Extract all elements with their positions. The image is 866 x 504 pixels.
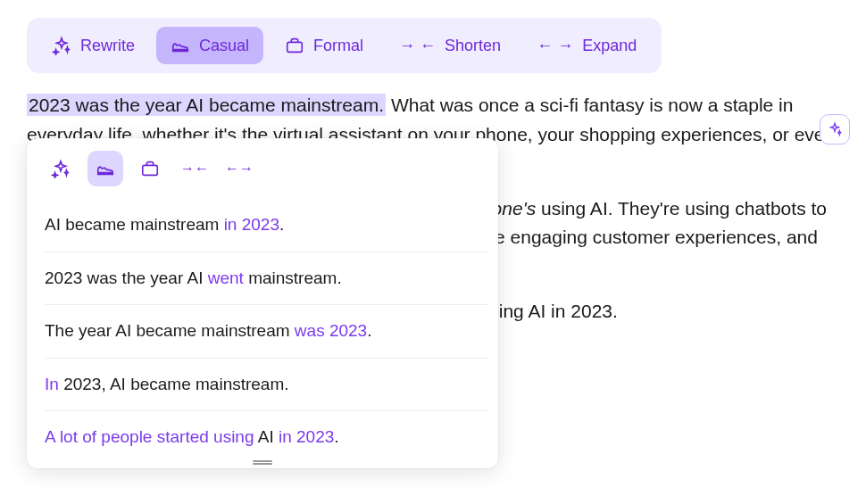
suggestion-changed-text: went <box>208 269 244 287</box>
suggestions-popup: →← ←→ AI became mainstream in 2023.2023 … <box>27 138 498 468</box>
briefcase-icon <box>285 36 304 55</box>
formal-label: Formal <box>313 37 363 55</box>
resize-handle[interactable] <box>27 459 498 468</box>
suggestion-changed-text: was 2023 <box>295 321 367 340</box>
rewrite-button[interactable]: Rewrite <box>37 27 149 64</box>
suggestion-text: . <box>367 321 371 340</box>
suggestion-text: AI became mainstream <box>45 215 224 234</box>
formal-button[interactable]: Formal <box>271 27 378 64</box>
suggestion-changed-text: in 2023 <box>279 427 334 446</box>
suggestion-text: 2023, AI became mainstream. <box>59 375 289 393</box>
popup-toolbar: →← ←→ <box>27 138 498 199</box>
rewrite-toolbar: Rewrite Casual Formal → ← Shorten ← → Ex… <box>27 18 662 73</box>
expand-button[interactable]: ← → Expand <box>522 27 651 64</box>
suggestion-changed-text: In <box>45 375 59 393</box>
sparkle-icon <box>51 159 71 178</box>
popup-shorten-button[interactable]: →← <box>177 151 212 186</box>
suggestion-item[interactable]: The year AI became mainstream was 2023. <box>45 305 489 359</box>
popup-formal-button[interactable] <box>132 151 168 186</box>
suggestion-item[interactable]: In 2023, AI became mainstream. <box>45 359 489 412</box>
suggestion-changed-text: in 2023 <box>224 215 279 234</box>
suggestion-item[interactable]: 2023 was the year AI went mainstream. <box>45 252 489 306</box>
ai-assist-button[interactable] <box>820 114 850 145</box>
expand-icon: ← → <box>537 37 573 55</box>
popup-casual-button[interactable] <box>87 151 123 186</box>
svg-rect-1 <box>143 165 158 175</box>
suggestion-text: . <box>279 215 284 234</box>
shorten-icon: → ← <box>399 37 436 55</box>
suggestion-text: AI <box>254 427 279 446</box>
suggestion-text: 2023 was the year AI <box>45 269 208 287</box>
suggestion-item[interactable]: AI became mainstream in 2023. <box>45 199 489 252</box>
expand-label: Expand <box>582 37 637 55</box>
shorten-button[interactable]: → ← Shorten <box>385 27 515 64</box>
shoe-icon <box>171 36 190 55</box>
shorten-label: Shorten <box>445 37 501 55</box>
suggestion-text: The year AI became mainstream <box>45 321 295 340</box>
shoe-icon <box>96 159 115 178</box>
casual-button[interactable]: Casual <box>156 27 263 64</box>
popup-expand-button[interactable]: ←→ <box>221 151 257 186</box>
highlighted-text[interactable]: 2023 was the year AI became mainstream. <box>27 94 386 116</box>
briefcase-icon <box>140 159 160 178</box>
suggestion-item[interactable]: A lot of people started using AI in 2023… <box>45 411 489 459</box>
sparkle-icon <box>827 121 843 137</box>
suggestions-list: AI became mainstream in 2023.2023 was th… <box>27 199 498 459</box>
suggestion-text: . <box>334 427 338 446</box>
suggestion-text: mainstream. <box>244 269 342 287</box>
svg-rect-0 <box>287 42 303 52</box>
casual-label: Casual <box>199 37 249 55</box>
expand-icon: ←→ <box>225 161 254 177</box>
shorten-icon: →← <box>180 161 209 177</box>
popup-rewrite-button[interactable] <box>43 151 79 186</box>
suggestion-changed-text: A lot of people started using <box>45 427 254 446</box>
sparkle-icon <box>52 36 71 55</box>
rewrite-label: Rewrite <box>80 37 135 55</box>
